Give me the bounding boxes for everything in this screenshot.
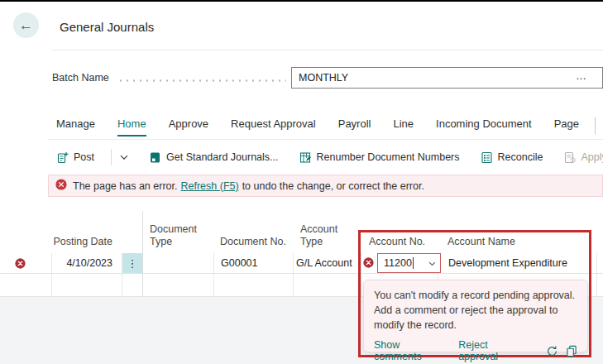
account-type-cell[interactable]: G/L Account bbox=[294, 253, 361, 273]
row-spacer-cell bbox=[597, 274, 603, 296]
copy-icon[interactable] bbox=[566, 345, 577, 357]
journal-line-row: 4/10/2023 ⋮ G00001 G/L Account 11200 Dev… bbox=[0, 253, 603, 274]
renumber-document-numbers-label: Renumber Document Numbers bbox=[317, 151, 460, 163]
row-indicator-column-header bbox=[0, 211, 52, 253]
batch-lookup-ellipsis-icon[interactable]: … bbox=[576, 66, 587, 86]
row-spacer-cell bbox=[597, 253, 603, 273]
renumber-icon bbox=[299, 151, 312, 164]
tab-page[interactable]: Page bbox=[554, 117, 579, 136]
posting-date-cell[interactable] bbox=[52, 274, 122, 296]
vertical-ellipsis-icon: ⋮ bbox=[127, 257, 138, 270]
row-menu-cell[interactable] bbox=[122, 274, 143, 296]
document-type-cell[interactable] bbox=[143, 253, 214, 273]
column-header-account-type[interactable]: Account Type bbox=[294, 211, 361, 253]
action-toolbar: Post Get Standard Journals... Renumber D… bbox=[56, 147, 603, 167]
tab-manage[interactable]: Manage bbox=[56, 117, 95, 136]
show-comments-link[interactable]: Show comments bbox=[374, 339, 447, 362]
document-no-cell[interactable]: G00001 bbox=[214, 253, 294, 273]
reconcile-button[interactable]: Reconcile bbox=[481, 151, 543, 164]
reconcile-icon bbox=[481, 151, 493, 164]
account-type-cell[interactable] bbox=[294, 274, 361, 296]
post-dropdown-button[interactable] bbox=[120, 155, 128, 160]
error-circle-icon bbox=[55, 179, 67, 193]
journal-icon bbox=[149, 151, 161, 164]
tab-approve[interactable]: Approve bbox=[169, 117, 208, 136]
column-header-document-no[interactable]: Document No. bbox=[214, 211, 294, 253]
notification-text: The page has an error. bbox=[73, 180, 177, 192]
account-name-cell[interactable]: Development Expenditure bbox=[438, 253, 597, 273]
tab-payroll[interactable]: Payroll bbox=[338, 117, 371, 136]
page-title: General Journals bbox=[60, 20, 154, 34]
tab-line[interactable]: Line bbox=[393, 117, 414, 136]
account-no-cell[interactable]: 11200 bbox=[361, 253, 438, 273]
refresh-icon[interactable] bbox=[546, 345, 558, 357]
tab-strip-divider bbox=[595, 117, 596, 134]
get-standard-journals-label: Get Standard Journals... bbox=[166, 151, 279, 163]
posting-date-cell[interactable]: 4/10/2023 bbox=[52, 253, 122, 273]
general-journals-page: ← General Journals Batch Name MONTHLY … … bbox=[0, 0, 603, 364]
post-split-divider bbox=[111, 149, 112, 165]
row-menu-button[interactable]: ⋮ bbox=[122, 253, 143, 273]
refresh-f5-link[interactable]: Refresh (F5) bbox=[180, 180, 238, 192]
batch-name-value[interactable]: MONTHLY bbox=[299, 68, 348, 88]
post-button[interactable]: Post bbox=[56, 151, 94, 164]
text-cursor bbox=[413, 257, 414, 269]
post-icon bbox=[56, 151, 69, 164]
journal-table-header: Posting Date Document Type Document No. … bbox=[0, 211, 603, 253]
get-standard-journals-button[interactable]: Get Standard Journals... bbox=[149, 151, 279, 164]
freeze-pane-divider bbox=[142, 211, 143, 297]
reconcile-label: Reconcile bbox=[498, 151, 543, 163]
tab-home[interactable]: Home bbox=[117, 117, 146, 136]
renumber-document-numbers-button[interactable]: Renumber Document Numbers bbox=[299, 151, 460, 164]
dotted-leader bbox=[117, 79, 286, 82]
row-indicator-cell bbox=[0, 253, 52, 273]
tab-request-approval[interactable]: Request Approval bbox=[231, 117, 316, 136]
tab-strip-underline bbox=[48, 139, 603, 140]
tab-incoming-document[interactable]: Incoming Document bbox=[436, 117, 532, 136]
column-header-document-type[interactable]: Document Type bbox=[143, 211, 214, 253]
cell-error-icon bbox=[363, 257, 374, 268]
reject-approval-link[interactable]: Reject approval bbox=[458, 339, 528, 362]
document-no-cell[interactable] bbox=[214, 274, 294, 296]
page-error-notification: The page has an error. Refresh (F5) to u… bbox=[48, 175, 603, 197]
back-button[interactable]: ← bbox=[13, 12, 39, 38]
account-no-dropdown-button[interactable] bbox=[428, 261, 436, 266]
back-arrow-icon: ← bbox=[19, 17, 33, 34]
row-menu-column-header bbox=[122, 211, 143, 253]
apply-entries-label: Apply Entries... bbox=[581, 151, 603, 163]
column-header-account-no[interactable]: Account No. bbox=[361, 211, 438, 253]
action-tab-strip: Manage Home Approve Request Approval Pay… bbox=[56, 117, 603, 138]
notification-text-suffix: to undo the change, or correct the error… bbox=[242, 180, 424, 192]
account-no-input[interactable]: 11200 bbox=[377, 253, 441, 273]
apply-entries-icon bbox=[563, 151, 576, 164]
chevron-down-icon bbox=[428, 261, 436, 266]
document-type-cell[interactable] bbox=[143, 274, 214, 296]
header-divider bbox=[51, 50, 603, 50]
apply-entries-button[interactable]: Apply Entries... bbox=[563, 151, 603, 164]
approval-error-popup: You can't modify a record pending approv… bbox=[363, 280, 588, 352]
popup-message: You can't modify a record pending approv… bbox=[374, 288, 577, 333]
post-label: Post bbox=[74, 151, 94, 163]
window-top-edge bbox=[0, 0, 603, 2]
row-error-icon bbox=[15, 258, 26, 269]
popup-actions: Show comments Reject approval bbox=[374, 339, 577, 362]
column-header-account-name[interactable]: Account Name bbox=[438, 211, 597, 253]
batch-name-field[interactable]: MONTHLY … bbox=[291, 67, 603, 89]
column-header-posting-date[interactable]: Posting Date bbox=[52, 211, 122, 253]
account-no-value: 11200 bbox=[378, 257, 412, 269]
column-header-spacer bbox=[597, 211, 603, 253]
batch-name-label: Batch Name bbox=[52, 72, 109, 84]
chevron-down-icon bbox=[120, 155, 128, 160]
row-indicator-cell bbox=[0, 274, 52, 296]
